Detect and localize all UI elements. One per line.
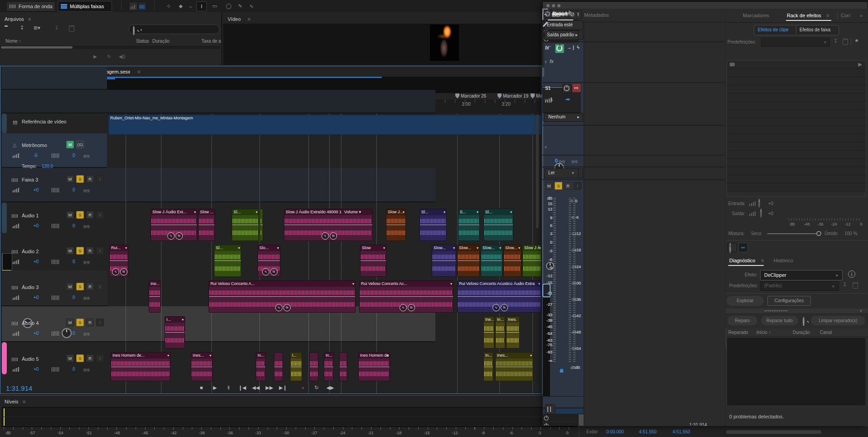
clip-volume-envelope[interactable]	[258, 260, 280, 261]
files-hscrollbar[interactable]	[0, 46, 220, 49]
loop-button[interactable]: ↻	[311, 383, 322, 392]
clip-volume-envelope[interactable]	[111, 367, 170, 367]
clip-fx-icon[interactable]: fx	[408, 304, 415, 311]
files-column-header[interactable]: Status	[136, 39, 149, 44]
fast-forward-button[interactable]: ▶▶	[263, 383, 275, 392]
track-name[interactable]: Referência de vídeo	[22, 119, 66, 125]
fx-slots-scrollbar-thumb[interactable]	[542, 68, 544, 77]
rack-effect-slot[interactable]: 3▶	[727, 77, 866, 85]
clip-volume-envelope[interactable]	[324, 367, 333, 367]
track-mute-button[interactable]: M	[66, 319, 74, 326]
diag-delete-preset-icon[interactable]	[853, 282, 858, 289]
files-search-input[interactable]: ▾	[129, 25, 219, 34]
audio-clip[interactable]: In...	[483, 352, 493, 381]
rack-presets-dropdown[interactable]: ▾	[761, 38, 830, 47]
audio-clip[interactable]	[309, 352, 318, 381]
track-header[interactable]	[2, 66, 107, 90]
paintbrush-tool[interactable]: ✎	[235, 1, 245, 10]
track-pan-value[interactable]: 0	[73, 295, 75, 300]
track-input-monitor-button[interactable]: I	[96, 283, 104, 290]
new-item-icon[interactable]: ⊞▾	[34, 25, 40, 31]
scan-button[interactable]: Explorar	[727, 296, 764, 306]
fx-slot[interactable]: ▶	[542, 414, 579, 422]
clip-fx-icon[interactable]: fx	[283, 304, 291, 311]
pause-button[interactable]: ‖	[223, 383, 234, 392]
clip-volume-envelope[interactable]	[215, 260, 241, 261]
track-name[interactable]: Áudio 5	[22, 356, 39, 362]
clip-volume-envelope[interactable]	[310, 367, 318, 367]
window-dot-icon[interactable]	[546, 4, 550, 7]
audio-clip[interactable]: Slow J Áud▾	[522, 245, 541, 277]
clip-fx-icon[interactable]: fx	[176, 232, 183, 240]
marquee-tool[interactable]: ▭	[210, 1, 219, 10]
rack-effect-slot[interactable]: 1▶	[727, 61, 866, 69]
skip-selection-button[interactable]: ◀▶	[324, 383, 336, 392]
go-to-start-button[interactable]: ❙◀	[236, 383, 248, 392]
audio-clip[interactable]: Slow...▾	[503, 245, 522, 277]
track-volume-value[interactable]: -6	[34, 153, 38, 158]
rack-effect-slot[interactable]: 2▶	[727, 69, 866, 77]
track-record-arm-button[interactable]: R	[86, 175, 94, 183]
repair-all-button[interactable]: Reparar tudo	[761, 316, 798, 325]
track-mute-button[interactable]: M	[66, 247, 74, 255]
slip-tool[interactable]: ↔	[186, 1, 195, 10]
audio-clip[interactable]: S...▾	[458, 209, 480, 241]
rack-list-toggle-button[interactable]: ≔	[738, 243, 748, 252]
clip-fade-icon[interactable]: ∿	[167, 232, 175, 240]
clip-envelope-label[interactable]: Volume ▾	[344, 209, 361, 215]
video-panel-menu-icon[interactable]: ≡	[248, 16, 250, 22]
track-pan-value[interactable]: 0	[73, 153, 75, 158]
rack-effect-slot[interactable]: 5▶	[727, 93, 866, 102]
diag-search-icon[interactable]	[803, 317, 805, 326]
track-mute-button[interactable]: M	[66, 211, 74, 219]
clip-fx-icon[interactable]: fx	[330, 232, 337, 240]
clip-fx-icon[interactable]: fx	[270, 268, 278, 275]
diag-presets-dropdown[interactable]: (Padrão) ▾	[760, 281, 839, 291]
status-time-start[interactable]: 0:00.000	[606, 429, 624, 435]
favorite-star-icon[interactable]: ★	[854, 38, 859, 44]
track-solo-button[interactable]: S	[76, 319, 84, 326]
clip-volume-envelope[interactable]	[191, 367, 212, 367]
files-hscrollbar-thumb[interactable]	[1, 46, 73, 49]
clip-fade-icon[interactable]: ∿	[400, 304, 407, 311]
preview-loop-icon[interactable]: ↻	[107, 54, 111, 59]
track-record-arm-button[interactable]: R	[86, 247, 94, 255]
track-solo-button[interactable]: S	[76, 283, 84, 290]
track-volume-value[interactable]: +0	[34, 367, 39, 372]
clip-volume-envelope[interactable]	[360, 296, 453, 297]
track-volume-value[interactable]: +0	[34, 331, 39, 336]
clip-fade-icon[interactable]: ∿	[275, 304, 283, 311]
audio-clip[interactable]: Ines.	[506, 316, 520, 349]
track-pan-value[interactable]: 0	[73, 223, 75, 229]
track-pan-value[interactable]: 0	[73, 367, 75, 372]
audio-clip[interactable]: Ine...	[483, 316, 494, 349]
clip-volume-envelope[interactable]	[386, 225, 405, 225]
clip-volume-envelope[interactable]	[496, 367, 533, 367]
audio-clip[interactable]: In...	[256, 352, 266, 381]
clip-volume-envelope[interactable]	[484, 332, 494, 333]
rack-power-button[interactable]	[727, 243, 737, 252]
audio-clip[interactable]: Rui...▾∿fx	[109, 245, 128, 277]
track-mute-button[interactable]: M	[66, 354, 74, 362]
diag-column-header[interactable]: Reparado	[728, 330, 748, 335]
fx-slot[interactable]: ▶	[542, 422, 579, 426]
track-volume-value[interactable]: +0	[34, 259, 39, 265]
track-lane[interactable]	[2, 168, 435, 202]
clip-volume-envelope[interactable]	[420, 225, 446, 225]
collapse-caret-icon[interactable]: ∨	[544, 59, 547, 64]
audio-clip[interactable]: Sl...▾	[483, 209, 513, 241]
clip-volume-envelope[interactable]	[291, 367, 302, 367]
diag-save-preset-icon[interactable]: ↧	[843, 282, 847, 288]
audio-clip[interactable]: Ines Homem de Melo▾	[358, 352, 390, 381]
diag-effect-dropdown[interactable]: DeClipper ▾	[760, 270, 843, 280]
audio-clip[interactable]: Sl...▾	[232, 209, 259, 241]
clip-volume-envelope[interactable]	[359, 367, 390, 367]
track-pan-value[interactable]: 0	[73, 187, 75, 193]
rack-effect-slot[interactable]: 6▶	[727, 102, 866, 110]
rack-mix-slider-handle[interactable]	[816, 231, 821, 236]
files-column-header[interactable]: Nome ↑	[5, 39, 21, 44]
rack-effect-slot[interactable]: 8▶	[727, 118, 866, 126]
track-pan-knob[interactable]	[62, 328, 72, 338]
audio-clip[interactable]: Sl...▾	[214, 245, 241, 277]
track-solo-button[interactable]: S	[76, 175, 84, 183]
